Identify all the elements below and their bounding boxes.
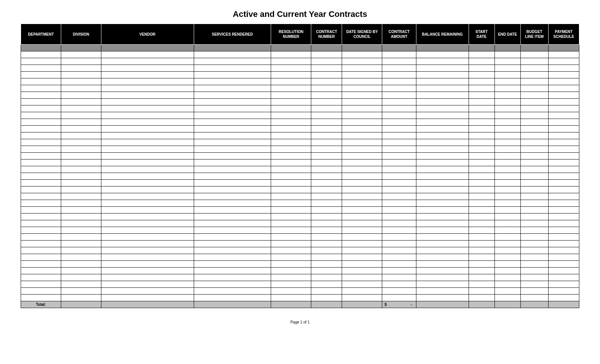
table-cell: [469, 173, 494, 180]
table-cell: [494, 193, 520, 200]
table-cell: [342, 274, 382, 281]
table-cell: [469, 274, 494, 281]
table-cell: [548, 139, 579, 146]
table-cell: [21, 187, 61, 193]
table-cell: [469, 112, 494, 119]
table-cell: [61, 214, 101, 220]
table-cell: [342, 254, 382, 261]
table-cell: [101, 119, 194, 126]
table-cell: [494, 180, 520, 187]
table-cell: [194, 254, 271, 261]
table-cell: [416, 281, 469, 288]
table-cell: [548, 301, 579, 308]
total-row: Total:$-: [21, 301, 579, 308]
table-cell: [520, 51, 548, 58]
table-row: [21, 112, 579, 119]
table-cell: [469, 99, 494, 105]
table-cell: [342, 72, 382, 78]
table-cell: [271, 173, 311, 180]
table-cell: [21, 119, 61, 126]
contracts-table: DEPARTMENT DIVISION VENDOR SERVICES REND…: [21, 24, 579, 308]
table-cell: [382, 132, 416, 139]
table-cell: [21, 92, 61, 99]
table-cell: [416, 146, 469, 153]
table-cell: [469, 281, 494, 288]
table-cell: [194, 193, 271, 200]
table-cell: [548, 214, 579, 220]
table-cell: [194, 126, 271, 132]
table-cell: [61, 187, 101, 193]
table-cell: [21, 72, 61, 78]
table-cell: [311, 105, 342, 112]
table-cell: [548, 220, 579, 227]
table-cell: [311, 187, 342, 193]
table-cell: [342, 261, 382, 268]
table-cell: [101, 200, 194, 207]
table-cell: [61, 274, 101, 281]
table-cell: [194, 180, 271, 187]
table-cell: [311, 153, 342, 159]
col-header-start-date: START DATE: [469, 24, 494, 45]
table-cell: [416, 65, 469, 72]
table-cell: [520, 105, 548, 112]
table-cell: [494, 227, 520, 234]
table-cell: [416, 99, 469, 105]
table-cell: [61, 112, 101, 119]
table-cell: [21, 193, 61, 200]
table-cell: [416, 200, 469, 207]
table-cell: [21, 207, 61, 214]
table-row: [21, 85, 579, 92]
table-cell: [61, 261, 101, 268]
table-cell: [271, 105, 311, 112]
table-cell: [21, 45, 61, 51]
table-cell: [494, 51, 520, 58]
table-cell: [101, 268, 194, 274]
table-cell: [469, 78, 494, 85]
table-cell: [469, 65, 494, 72]
table-cell: [416, 295, 469, 301]
table-cell: [520, 92, 548, 99]
table-cell: [311, 166, 342, 173]
table-cell: [342, 207, 382, 214]
table-cell: [382, 105, 416, 112]
table-cell: [416, 261, 469, 268]
table-cell: [61, 241, 101, 247]
table-cell: [21, 105, 61, 112]
table-cell: [21, 132, 61, 139]
table-cell: [548, 274, 579, 281]
table-cell: [311, 180, 342, 187]
table-cell: [311, 254, 342, 261]
table-cell: [271, 227, 311, 234]
table-cell: [194, 301, 271, 308]
table-cell: [382, 180, 416, 187]
table-row: [21, 153, 579, 159]
table-cell: [469, 45, 494, 51]
table-cell: [194, 268, 271, 274]
table-cell: [520, 153, 548, 159]
table-row: [21, 99, 579, 105]
table-cell: [342, 288, 382, 295]
table-cell: [271, 112, 311, 119]
table-cell: [21, 78, 61, 85]
table-cell: [271, 193, 311, 200]
table-row: [21, 247, 579, 254]
table-cell: [520, 207, 548, 214]
col-header-resolution: RESOLUTION NUMBER: [271, 24, 311, 45]
table-cell: [382, 126, 416, 132]
table-cell: [520, 159, 548, 166]
table-cell: [520, 295, 548, 301]
table-cell: [382, 200, 416, 207]
table-cell: [494, 241, 520, 247]
table-row: [21, 72, 579, 78]
table-cell: [101, 99, 194, 105]
table-cell: [342, 227, 382, 234]
table-cell: [271, 166, 311, 173]
table-cell: [416, 227, 469, 234]
table-cell: [194, 78, 271, 85]
table-cell: [342, 119, 382, 126]
table-cell: [101, 45, 194, 51]
table-cell: [382, 99, 416, 105]
table-cell: [520, 274, 548, 281]
table-cell: [520, 288, 548, 295]
table-cell: [469, 180, 494, 187]
